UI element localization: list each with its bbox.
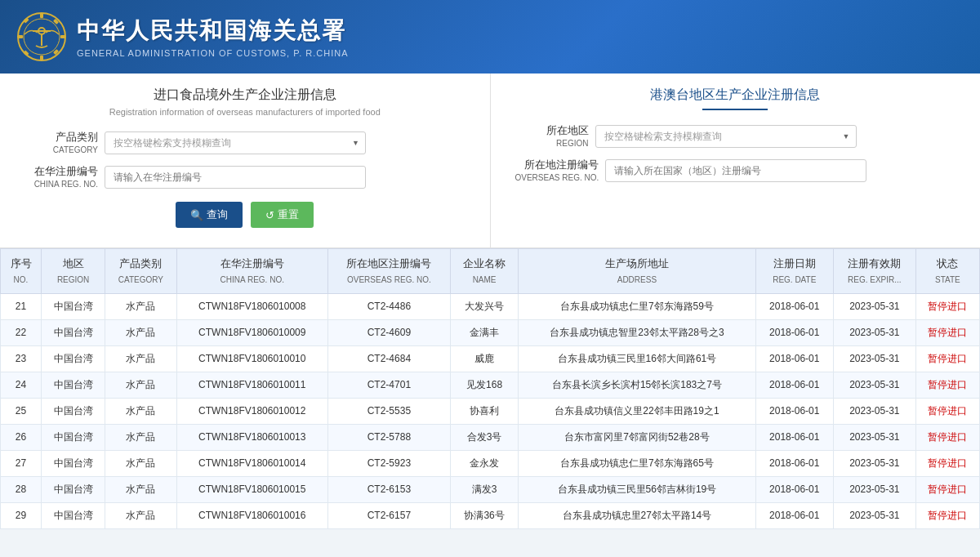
cell-overseas-reg: CT2-5535 <box>327 398 450 424</box>
svg-rect-4 <box>18 35 23 38</box>
cell-china-reg: CTWN18FV1806010013 <box>176 424 327 450</box>
cell-category: 水产品 <box>105 424 176 450</box>
th-no: 序号NO. <box>1 249 42 294</box>
cell-no: 23 <box>1 345 42 372</box>
cell-reg-date: 2018-06-01 <box>755 398 833 424</box>
cell-no: 24 <box>1 372 42 398</box>
table-row: 29 中国台湾 水产品 CTWN18FV1806010016 CT2-6157 … <box>1 502 980 528</box>
search-btn-row: 🔍 查询 ↺ 重置 <box>24 202 466 234</box>
cell-name: 大发兴号 <box>450 293 518 319</box>
china-reg-label: 在华注册编号 CHINA REG. NO. <box>24 164 98 190</box>
th-reg-expiry: 注册有效期REG. EXPIR... <box>833 249 915 294</box>
th-reg-date: 注册日期REG. DATE <box>755 249 833 294</box>
header-title-area: 中华人民共和国海关总署 GENERAL ADMINISTRATION OF CU… <box>77 16 348 58</box>
table-row: 22 中国台湾 水产品 CTWN18FV1806010009 CT2-4609 … <box>1 319 980 345</box>
cell-state: 暂停进口 <box>915 345 979 372</box>
cell-region: 中国台湾 <box>42 450 105 476</box>
overseas-reg-input[interactable] <box>605 159 866 182</box>
cell-address: 台东县成功镇忠里27邻太平路14号 <box>519 502 755 528</box>
left-search-panel: 进口食品境外生产企业注册信息 Registration information … <box>0 74 491 247</box>
cell-no: 21 <box>1 293 42 319</box>
cell-overseas-reg: CT2-5923 <box>327 450 450 476</box>
cell-overseas-reg: CT2-5788 <box>327 424 450 450</box>
cell-china-reg: CTWN18FV1806010010 <box>176 345 327 372</box>
cell-no: 22 <box>1 319 42 345</box>
cell-reg-date: 2018-06-01 <box>755 476 833 502</box>
category-select[interactable]: 按空格键检索支持模糊查询 <box>105 131 366 154</box>
svg-rect-5 <box>60 35 65 38</box>
cell-category: 水产品 <box>105 502 176 528</box>
cell-category: 水产品 <box>105 345 176 372</box>
cell-reg-date: 2018-06-01 <box>755 345 833 372</box>
cell-state: 暂停进口 <box>915 293 979 319</box>
cell-address: 台东市富冈里7邻富冈街52巷28号 <box>519 424 755 450</box>
overseas-reg-label-cn: 所在地注册编号 <box>515 158 599 172</box>
th-name: 企业名称NAME <box>450 249 518 294</box>
header-en-title: GENERAL ADMINISTRATION OF CUSTOMS, P. R.… <box>77 48 348 58</box>
cell-address: 台东县成功镇三民里56邻吉林街19号 <box>519 476 755 502</box>
cell-china-reg: CTWN18FV1806010012 <box>176 398 327 424</box>
cell-name: 协满36号 <box>450 502 518 528</box>
search-button[interactable]: 🔍 查询 <box>176 202 243 228</box>
cell-name: 金永发 <box>450 450 518 476</box>
svg-rect-8 <box>23 50 29 56</box>
results-table: 序号NO. 地区REGION 产品类别CATEGORY 在华注册编号CHINA … <box>0 248 980 529</box>
cell-no: 25 <box>1 398 42 424</box>
reset-btn-label: 重置 <box>278 207 299 222</box>
region-label-en: REGION <box>515 138 589 149</box>
cell-name: 见发168 <box>450 372 518 398</box>
table-row: 27 中国台湾 水产品 CTWN18FV1806010014 CT2-5923 … <box>1 450 980 476</box>
cell-category: 水产品 <box>105 293 176 319</box>
cell-reg-expiry: 2023-05-31 <box>833 345 915 372</box>
th-state: 状态STATE <box>915 249 979 294</box>
right-search-panel: 港澳台地区生产企业注册信息 所在地区 REGION 按空格键检索支持模糊查询 所… <box>491 74 981 247</box>
right-panel-title-wrap: 港澳台地区生产企业注册信息 <box>515 87 956 110</box>
category-row: 产品类别 CATEGORY 按空格键检索支持模糊查询 <box>24 130 466 156</box>
cell-no: 26 <box>1 424 42 450</box>
table-row: 25 中国台湾 水产品 CTWN18FV1806010012 CT2-5535 … <box>1 398 980 424</box>
cell-state: 暂停进口 <box>915 398 979 424</box>
cell-region: 中国台湾 <box>42 319 105 345</box>
cell-reg-date: 2018-06-01 <box>755 293 833 319</box>
cell-reg-date: 2018-06-01 <box>755 424 833 450</box>
cell-reg-expiry: 2023-05-31 <box>833 502 915 528</box>
results-table-container: 序号NO. 地区REGION 产品类别CATEGORY 在华注册编号CHINA … <box>0 248 980 529</box>
cell-state: 暂停进口 <box>915 450 979 476</box>
category-label: 产品类别 CATEGORY <box>24 130 98 156</box>
cell-no: 28 <box>1 476 42 502</box>
region-label-cn: 所在地区 <box>515 123 589 138</box>
cell-region: 中国台湾 <box>42 424 105 450</box>
cell-address: 台东县成功镇三民里16邻大间路61号 <box>519 345 755 372</box>
table-body: 21 中国台湾 水产品 CTWN18FV1806010008 CT2-4486 … <box>1 293 980 528</box>
region-select-wrapper: 按空格键检索支持模糊查询 <box>595 125 857 148</box>
cell-region: 中国台湾 <box>42 293 105 319</box>
china-reg-input[interactable] <box>105 166 366 189</box>
cell-state: 暂停进口 <box>915 319 979 345</box>
main-content: 进口食品境外生产企业注册信息 Registration information … <box>0 74 980 529</box>
reset-icon: ↺ <box>265 209 274 221</box>
overseas-reg-row: 所在地注册编号 OVERSEAS REG. NO. <box>515 158 956 184</box>
reset-button[interactable]: ↺ 重置 <box>251 202 314 228</box>
cell-reg-expiry: 2023-05-31 <box>833 319 915 345</box>
th-address: 生产场所地址ADDRESS <box>519 249 755 294</box>
search-icon: 🔍 <box>190 209 203 221</box>
cell-china-reg: CTWN18FV1806010016 <box>176 502 327 528</box>
cell-overseas-reg: CT2-6153 <box>327 476 450 502</box>
cell-reg-expiry: 2023-05-31 <box>833 372 915 398</box>
site-header: 中华人民共和国海关总署 GENERAL ADMINISTRATION OF CU… <box>0 0 980 74</box>
cell-region: 中国台湾 <box>42 476 105 502</box>
th-overseas-reg: 所在地区注册编号OVERSEAS REG. NO. <box>327 249 450 294</box>
cell-address: 台东县成功镇忠智里23邻太平路28号之3 <box>519 319 755 345</box>
region-select[interactable]: 按空格键检索支持模糊查询 <box>595 125 857 148</box>
cell-reg-expiry: 2023-05-31 <box>833 293 915 319</box>
cell-china-reg: CTWN18FV1806010015 <box>176 476 327 502</box>
category-label-en: CATEGORY <box>24 145 98 156</box>
table-row: 24 中国台湾 水产品 CTWN18FV1806010011 CT2-4701 … <box>1 372 980 398</box>
cell-region: 中国台湾 <box>42 398 105 424</box>
overseas-reg-label: 所在地注册编号 OVERSEAS REG. NO. <box>515 158 599 184</box>
category-label-cn: 产品类别 <box>24 130 98 145</box>
china-reg-input-wrapper <box>105 166 366 189</box>
cell-region: 中国台湾 <box>42 372 105 398</box>
cell-state: 暂停进口 <box>915 502 979 528</box>
china-reg-label-en: CHINA REG. NO. <box>24 179 98 190</box>
